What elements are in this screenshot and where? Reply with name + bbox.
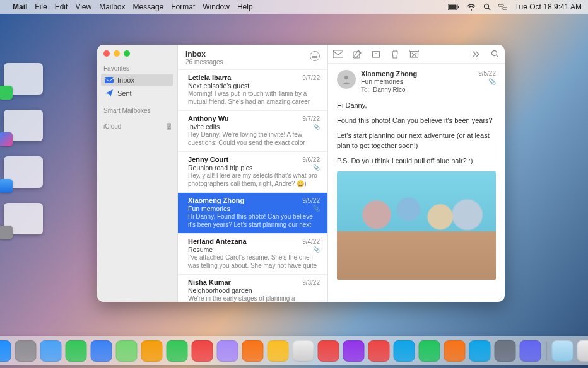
dock-pages-icon[interactable] [444,340,466,362]
dock-news-icon[interactable] [368,340,390,362]
menu-format[interactable]: Format [171,3,195,11]
menu-mailbox[interactable]: Mailbox [99,3,125,11]
message-subject: Neighborhood garden [188,287,320,294]
message-list-header: Inbox 26 messages [178,45,327,70]
compose-icon[interactable] [352,49,362,59]
message-preview: Morning! I was put in touch with Tania b… [188,90,320,106]
reader-body: Hi Danny,Found this photo! Can you belie… [337,101,496,166]
window-controls [97,45,177,62]
reader-paragraph: Found this photo! Can you believe it's b… [337,116,496,126]
message-from: Xiaomeng Zhong [188,197,302,204]
wifi-icon[interactable] [467,4,476,11]
junk-icon[interactable] [409,49,419,59]
settings-app-icon [0,226,13,239]
reader-to: To: Danny Rico [361,86,473,93]
dock-launchpad-icon[interactable] [15,340,37,362]
dock-notes-icon[interactable] [268,340,289,362]
stage-thumb[interactable] [4,203,43,234]
archive-icon[interactable] [371,49,381,59]
dock-podcasts-icon[interactable] [343,340,365,362]
spotlight-icon[interactable] [483,3,491,11]
dock-settings-icon[interactable] [495,340,516,362]
message-preview: Hey Danny, We're loving the invite! A fe… [188,131,320,147]
menu-message[interactable]: Message [133,3,164,11]
safari-app-icon [0,179,13,193]
dock-maps-icon[interactable] [116,340,138,362]
stage-thumb[interactable] [4,63,43,95]
fullscreen-button[interactable] [124,50,130,57]
stage-thumb[interactable] [4,156,43,188]
attachment-icon: 📎 [313,124,320,130]
message-row[interactable]: Leticia Ibarra9/7/22Next episode's guest… [178,70,327,111]
menu-window[interactable]: Window [203,3,230,11]
menu-file[interactable]: File [35,3,47,11]
message-preview: We're in the early stages of planning a … [188,295,320,302]
dock-mail-icon[interactable] [91,340,112,362]
svg-line-5 [488,8,490,10]
search-icon[interactable] [490,49,500,59]
dock-trash-icon[interactable] [577,340,589,362]
svg-rect-2 [458,6,459,8]
dock-music-icon[interactable] [318,340,339,362]
message-date: 9/4/22 [302,238,320,245]
stage-manager-strip [4,63,53,250]
message-preview: I've attached Carol's resume. She's the … [188,254,320,270]
svg-rect-8 [105,77,114,83]
avatar [337,70,356,89]
close-button[interactable] [103,50,110,57]
message-list[interactable]: Leticia Ibarra9/7/22Next episode's guest… [178,70,327,302]
battery-icon[interactable] [448,4,459,10]
dock [0,336,588,365]
dock-numbers-icon[interactable] [419,340,440,362]
dock-finder-icon[interactable] [0,340,11,362]
menubar-clock[interactable]: Tue Oct 18 9:41 AM [515,3,582,11]
dock-appstore-alt-icon[interactable] [394,340,415,362]
svg-rect-1 [449,5,456,9]
menubar-app-name[interactable]: Mail [13,3,27,11]
sidebar-section-icloud[interactable]: iCloud 2 [97,120,177,131]
reader-pane: Xiaomeng Zhong Fun memories To: Danny Ri… [328,45,505,302]
reader-paragraph: Hi Danny, [337,101,496,111]
message-from: Jenny Court [188,156,302,163]
mail-sidebar: Favorites Inbox Sent Smart Mailboxes iCl… [97,45,178,302]
attached-photo[interactable] [337,171,496,280]
sidebar-item-inbox[interactable]: Inbox [101,74,173,86]
stage-thumb[interactable] [4,110,43,141]
dock-tv-icon[interactable] [293,340,314,362]
menu-edit[interactable]: Edit [55,3,68,11]
svg-rect-9 [333,50,343,58]
messages-app-icon [0,86,13,100]
trash-icon[interactable] [390,49,400,59]
message-row[interactable]: Jenny Court9/6/22Reunion road trip pics📎… [178,152,327,193]
message-row[interactable]: Nisha Kumar9/3/22Neighborhood gardenWe'r… [178,275,327,302]
dock-safari-icon[interactable] [40,340,62,362]
minimize-button[interactable] [114,50,120,57]
dock-calendar-icon[interactable] [192,340,213,362]
dock-facetime-icon[interactable] [167,340,188,362]
dock-contacts-icon[interactable] [217,340,238,362]
control-center-icon[interactable] [498,4,507,10]
dock-messages-icon[interactable] [66,340,87,362]
dock-reminders-icon[interactable] [242,340,264,362]
message-date: 9/7/22 [302,115,320,122]
message-row[interactable]: Herland Antezana9/4/22Resume📎I've attach… [178,234,327,275]
menu-view[interactable]: View [75,3,91,11]
envelope-icon[interactable] [333,49,343,59]
reader-toolbar [328,45,505,64]
message-from: Herland Antezana [188,238,302,245]
dock-shortcuts-icon[interactable] [520,340,541,362]
message-row[interactable]: Xiaomeng Zhong9/5/22Fun memories📎Hi Dann… [178,193,327,234]
svg-point-18 [344,76,348,79]
message-preview: Hey, y'all! Here are my selects (that's … [188,172,320,188]
message-date: 9/6/22 [302,156,320,163]
message-row[interactable]: Anthony Wu9/7/22Invite edits📎Hey Danny, … [178,111,327,152]
sidebar-section-smart: Smart Mailboxes [97,105,177,115]
dock-appstore-icon[interactable] [469,340,491,362]
more-icon[interactable] [471,49,481,59]
sidebar-item-sent[interactable]: Sent [101,87,173,100]
dock-photos-icon[interactable] [141,340,163,362]
dock-downloads-icon[interactable] [552,340,573,362]
menu-help[interactable]: Help [237,3,253,11]
filter-button[interactable] [310,51,320,61]
message-list-column: Inbox 26 messages Leticia Ibarra9/7/22Ne… [178,45,328,302]
